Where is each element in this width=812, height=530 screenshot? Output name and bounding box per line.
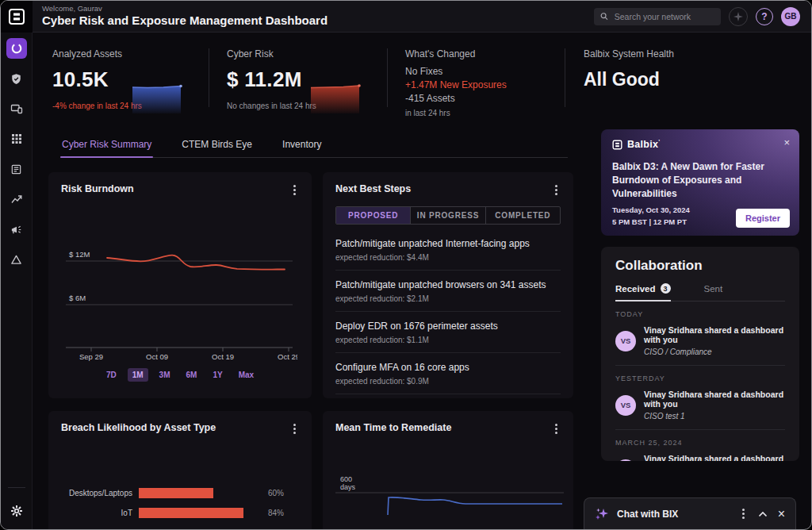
changed-assets: -415 Assets xyxy=(405,92,565,106)
panel-menu-icon[interactable] xyxy=(290,422,299,436)
tab-received-label: Received xyxy=(615,284,656,294)
range-7d[interactable]: 7D xyxy=(102,368,121,382)
panel-title: Risk Burndown xyxy=(61,183,134,194)
stat-system-health[interactable]: Balbix System Health All Good xyxy=(565,48,811,125)
megaphone-icon xyxy=(10,224,22,236)
y-tick-value: 600 xyxy=(340,475,561,483)
stat-analyzed-assets[interactable]: Analyzed Assets 10.5K -4% change in last… xyxy=(33,48,209,125)
chat-menu-icon[interactable] xyxy=(739,507,748,520)
top-header: Welcome, Gaurav Cyber Risk and Exposure … xyxy=(1,1,811,33)
whats-changed-lines: No Fixes +1.47M New Exposures -415 Asset… xyxy=(405,65,565,106)
sidebar-item-risk-posture[interactable] xyxy=(6,68,27,89)
chat-close-icon[interactable]: × xyxy=(778,508,785,520)
panel-title: Mean Time to Remediate xyxy=(335,422,451,433)
sidebar-item-apps-grid[interactable] xyxy=(6,129,27,149)
step-title: Patch/mitigate unpatched browsers on 341… xyxy=(335,279,561,290)
left-sidebar xyxy=(1,33,33,529)
tab-in-progress[interactable]: IN PROGRESS xyxy=(410,207,485,224)
stat-change-note: in last 24 hrs xyxy=(405,109,565,117)
register-button[interactable]: Register xyxy=(736,209,790,228)
bar-row: Desktops/Laptops 60% xyxy=(61,488,299,498)
network-search[interactable] xyxy=(594,8,721,25)
ai-sparkle-button[interactable] xyxy=(729,7,748,26)
stat-whats-changed[interactable]: What's Changed No Fixes +1.47M New Expos… xyxy=(388,48,565,125)
close-icon[interactable]: × xyxy=(783,137,790,148)
tab-ctem-birds-eye[interactable]: CTEM Birds Eye xyxy=(180,134,254,157)
avatar: VS xyxy=(615,331,636,351)
share-message: Vinay Sridhara shared a dashboard with y… xyxy=(644,390,785,409)
risk-sparkline xyxy=(310,83,364,113)
step-title: Configure MFA on 16 core apps xyxy=(335,362,561,373)
step-reduction: expected reduction: $2.1M xyxy=(335,294,561,303)
right-rail: Balbix’ × Balbix D3: A New Dawn for Fast… xyxy=(601,125,799,461)
promo-brand: Balbix’ xyxy=(612,139,788,150)
list-item[interactable]: VS Vinay Sridhara shared a dashboard wit… xyxy=(615,454,785,461)
balbix-logo-icon xyxy=(612,140,622,150)
bar-iot[interactable] xyxy=(139,508,243,518)
range-1m[interactable]: 1M xyxy=(128,368,148,382)
share-message: Vinay Sridhara shared a dashboard with y… xyxy=(644,454,785,461)
steps-status-tabs: PROPOSED IN PROGRESS COMPLETED xyxy=(335,206,561,225)
dashboard-name: CISO test 1 xyxy=(644,412,785,421)
risk-burndown-chart: $ 12M $ 6M Sep 29 Oct 09 xyxy=(61,197,297,363)
balbix-logo[interactable] xyxy=(1,1,33,33)
x-tick-0: Sep 29 xyxy=(79,352,103,361)
range-6m[interactable]: 6M xyxy=(182,368,202,382)
chat-with-bix-bar[interactable]: Chat with BIX × xyxy=(584,497,796,529)
tab-proposed[interactable]: PROPOSED xyxy=(336,207,410,224)
sparkle-icon xyxy=(733,11,744,22)
stat-label: Balbix System Health xyxy=(584,48,811,60)
user-avatar[interactable]: GB xyxy=(781,7,800,26)
tab-received[interactable]: Received 3 xyxy=(615,283,671,301)
sidebar-item-settings[interactable] xyxy=(6,501,27,521)
triangle-alert-icon xyxy=(10,254,22,266)
dashboard-tabs: Cyber Risk Summary CTEM Birds Eye Invent… xyxy=(60,134,568,158)
bar-category: Desktops/Laptops xyxy=(61,489,139,497)
collaboration-panel: Collaboration Received 3 Sent TODAY VS V… xyxy=(601,247,799,461)
stat-label: Cyber Risk xyxy=(227,48,388,60)
range-1y[interactable]: 1Y xyxy=(208,368,227,382)
app-window: Welcome, Gaurav Cyber Risk and Exposure … xyxy=(0,0,812,530)
list-item[interactable]: Patch/mitigate unpatched Internet-facing… xyxy=(335,229,561,271)
y-tick-unit: days xyxy=(340,483,561,491)
dashboard-center-column: Cyber Risk Summary CTEM Birds Eye Invent… xyxy=(33,125,593,529)
time-range-selector: 7D 1M 3M 6M 1Y Max xyxy=(61,368,299,382)
sidebar-item-dashboard[interactable] xyxy=(6,38,27,59)
x-tick-2: Oct 19 xyxy=(212,352,234,361)
range-max[interactable]: Max xyxy=(234,368,259,382)
mttr-y-tick: 600 days xyxy=(340,475,561,491)
panel-menu-icon[interactable] xyxy=(290,183,299,197)
list-item[interactable]: Patch/mitigate unpatched browsers on 341… xyxy=(335,271,561,312)
risk-burndown-line xyxy=(107,255,285,270)
panel-menu-icon[interactable] xyxy=(552,183,561,197)
bix-sparkle-icon xyxy=(595,507,609,521)
sidebar-item-devices[interactable] xyxy=(6,98,27,119)
sidebar-item-reports[interactable] xyxy=(6,159,27,179)
list-item[interactable]: VS Vinay Sridhara shared a dashboard wit… xyxy=(615,325,785,356)
tab-cyber-risk-summary[interactable]: Cyber Risk Summary xyxy=(60,134,153,157)
trend-chart-icon xyxy=(10,193,23,205)
tab-completed[interactable]: COMPLETED xyxy=(485,207,560,224)
search-input[interactable] xyxy=(613,11,714,22)
sidebar-item-alerts[interactable] xyxy=(6,249,27,270)
sidebar-item-trends[interactable] xyxy=(6,189,27,209)
bar-value: 84% xyxy=(268,509,284,517)
chevron-up-icon[interactable] xyxy=(758,511,768,517)
panel-menu-icon[interactable] xyxy=(552,422,561,436)
brand-name: Balbix’ xyxy=(627,139,661,150)
tab-sent[interactable]: Sent xyxy=(704,283,723,301)
list-item[interactable]: Deploy EDR on 1676 perimeter assets expe… xyxy=(335,312,561,353)
help-button[interactable]: ? xyxy=(756,8,773,25)
balbix-logo-icon xyxy=(8,8,25,25)
stat-value: All Good xyxy=(584,69,811,90)
group-date: TODAY xyxy=(615,310,785,318)
stat-cyber-risk[interactable]: Cyber Risk $ 11.2M No changes in last 24… xyxy=(209,48,388,125)
balbix-d3-promo-card: Balbix’ × Balbix D3: A New Dawn for Fast… xyxy=(601,129,799,236)
sidebar-item-announcements[interactable] xyxy=(6,219,27,240)
list-item[interactable]: VS Vinay Sridhara shared a dashboard wit… xyxy=(615,390,785,421)
list-item[interactable]: Configure MFA on 16 core apps expected r… xyxy=(335,353,561,394)
bar-desktops[interactable] xyxy=(139,488,213,498)
range-3m[interactable]: 3M xyxy=(155,368,175,382)
report-list-icon xyxy=(10,163,22,175)
tab-inventory[interactable]: Inventory xyxy=(281,134,323,157)
